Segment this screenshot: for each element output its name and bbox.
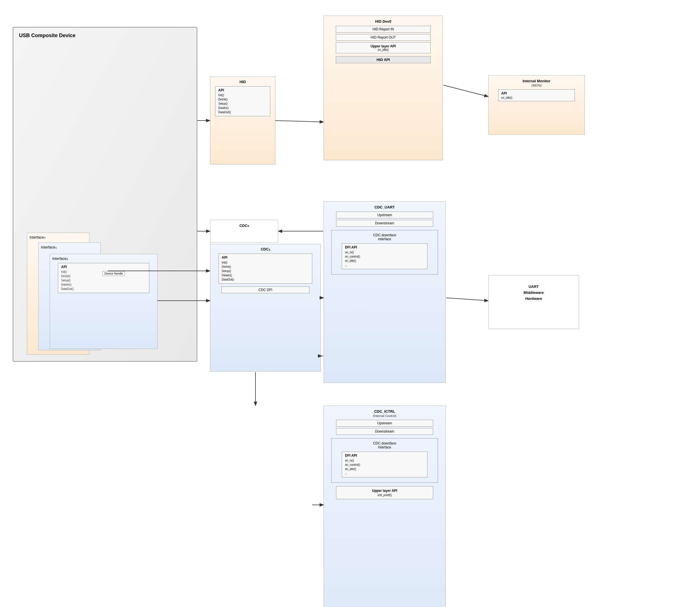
svg-line-1	[275, 121, 323, 122]
svg-line-2	[443, 85, 488, 97]
cdc-ictrl-dfi-methods: on_rx() on_control() on_idle() ...	[345, 458, 424, 475]
hid-api-methods: Init() DeInit() Setup() DataIn() DataOut…	[218, 93, 267, 114]
imon-subtitle: (IMON)	[488, 84, 584, 87]
cdc0-title: CDC₀	[211, 224, 278, 228]
cdc1-api-methods: Init() DeInit() Setup() DataIn() DataOut…	[222, 260, 309, 282]
hid-title: HID	[211, 80, 275, 84]
cdc-uart-dfi-box: DFI API on_rx() on_control() on_idle() .…	[342, 243, 427, 269]
hid-dev0-box: HID Dev0 HID Report IN HID Report OUT Up…	[324, 16, 443, 160]
interface2-api-box: API Init() DeInit() Setup() DataIn() Dat…	[58, 263, 149, 293]
svg-line-8	[446, 298, 488, 301]
hid-api-title: API	[218, 88, 267, 92]
cdc-uart-downstream-box: Downstream	[336, 220, 433, 227]
hid-api-label: HID API	[376, 58, 390, 62]
cdc-ictrl-upstream-box: Upstream	[336, 420, 433, 426]
cdc1-title: CDC₁	[211, 247, 320, 251]
cdc0-box: CDC₀	[210, 220, 278, 243]
cdc-uart-dfi-methods: on_rx() on_control() on_idle() ...	[345, 250, 424, 267]
imon-title: Internal Monitor	[488, 79, 584, 83]
cdc1-box: CDC₁ API Init() DeInit() Setup() DataIn(…	[210, 244, 321, 372]
cdc-ictrl-dfi-box: DFI API on_rx() on_control() on_idle() .…	[342, 452, 427, 477]
cdc-ictrl-printf-label: ictrl_printf()	[339, 494, 431, 497]
cdc-uart-downstream-label: Downstream	[375, 221, 394, 225]
cdc-ictrl-downstream-box: Downstream	[336, 428, 433, 435]
upper-layer-api-label: Upper layer API	[338, 44, 428, 48]
imon-api-title: API	[501, 91, 572, 95]
usb-composite-title: USB Composite Device	[19, 33, 197, 39]
cdc-ictrl-dfi-title: DFI API	[345, 454, 424, 458]
hid-api-box: API Init() DeInit() Setup() DataIn() Dat…	[215, 86, 270, 116]
hid-report-out-label: HID Report OUT	[371, 36, 396, 39]
cdc-uart-title: CDC_UART	[324, 205, 445, 209]
interface2-label: Interface₂	[52, 256, 155, 261]
cdc-ictrl-box: CDC_ICTRL (Internal Control) Upstream Do…	[324, 405, 446, 607]
cdc-ictrl-upper-api-box: Upper layer API ictrl_printf()	[336, 486, 433, 499]
uart-hw-title: UART Middleware Hardware	[488, 284, 579, 301]
hid-dev0-title: HID Dev0	[324, 19, 442, 24]
cdc-dfi-box: CDC DFI	[221, 287, 309, 293]
hid-report-in-box: HID Report IN	[336, 26, 431, 33]
device-handle-label: Device Handle	[102, 271, 125, 276]
cdc-ictrl-upstream-label: Upstream	[377, 421, 392, 425]
interface2-api-title: API	[61, 265, 146, 269]
cdc-uart-downface-box: CDC downface interface DFI API on_rx() o…	[331, 230, 438, 275]
interface1-label: Interface₁	[41, 245, 98, 249]
imon-api-sub: on_idle()	[501, 96, 572, 99]
hid-report-in-label: HID Report IN	[373, 27, 394, 31]
hid-dev0-on-idle: on_idle()	[338, 48, 428, 51]
cdc-uart-dfi-title: DFI API	[345, 245, 424, 249]
cdc1-api-title: API	[222, 255, 309, 259]
cdc-ictrl-downface-label: CDC downface interface	[334, 441, 435, 449]
hid-api-box: HID API	[336, 56, 431, 63]
diagram-container: USB Composite Device Interface₀ Interfac…	[0, 0, 700, 607]
cdc-uart-upstream-label: Upstream	[377, 213, 392, 217]
cdc1-api-box: API Init() DeInit() Setup() DataIn() Dat…	[219, 254, 312, 284]
cdc-ictrl-downface-box: CDC downface interface DFI API on_rx() o…	[331, 438, 438, 483]
hid-report-out-box: HID Report OUT	[336, 34, 431, 41]
cdc-uart-box: CDC_UART Upstream Downstream CDC downfac…	[324, 202, 446, 383]
interface2-box: Interface₂ API Init() DeInit() Setup() D…	[50, 254, 158, 349]
cdc-ictrl-title: CDC_ICTRL	[324, 409, 445, 414]
imon-box: Internal Monitor (IMON) API on_idle()	[488, 75, 585, 135]
cdc-ictrl-upper-api-label: Upper layer API	[339, 489, 431, 493]
cdc-ictrl-downstream-label: Downstream	[375, 430, 394, 434]
interface0-label: Interface₀	[29, 235, 87, 239]
uart-hw-box: UART Middleware Hardware	[488, 275, 579, 329]
upper-layer-api-box: Upper layer API on_idle()	[336, 42, 431, 53]
cdc-dfi-label: CDC DFI	[259, 288, 273, 292]
cdc-uart-upstream-box: Upstream	[336, 212, 433, 218]
imon-api-box: API on_idle()	[498, 89, 575, 101]
hid-box: HID API Init() DeInit() Setup() DataIn()…	[210, 77, 275, 165]
cdc-ictrl-subtitle: (Internal Control)	[324, 414, 445, 418]
cdc-uart-downface-label: CDC downface interface	[334, 233, 435, 241]
